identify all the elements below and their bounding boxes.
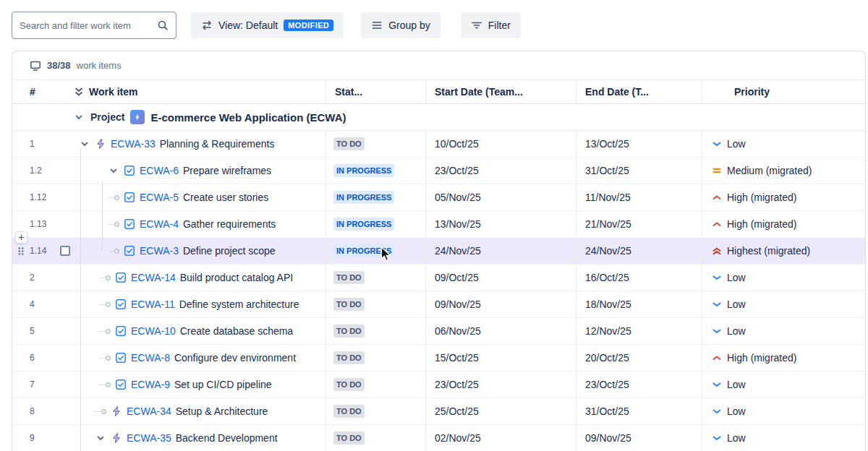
end-date-cell[interactable]: 09/Nov/25	[576, 425, 702, 451]
work-item-key[interactable]: ECWA-14	[131, 272, 176, 283]
project-expander-icon[interactable]	[73, 111, 85, 123]
search-input[interactable]	[20, 20, 157, 31]
drag-handle-icon[interactable]	[16, 246, 26, 257]
status-lozenge[interactable]: TO DO	[333, 351, 365, 364]
priority-cell[interactable]: Highest (migrated)	[702, 238, 865, 264]
work-item-summary[interactable]: Prepare wireframes	[183, 165, 271, 176]
row-checkbox[interactable]	[60, 246, 70, 256]
work-item-summary[interactable]: Define system architecture	[179, 298, 299, 310]
table-row[interactable]: 5 ECWA-10 Create database schema TO DO 0…	[12, 318, 865, 345]
end-date-cell[interactable]: 21/Nov/25	[576, 211, 702, 237]
work-item-key[interactable]: ECWA-3	[140, 245, 179, 257]
column-header-number[interactable]: #	[12, 80, 70, 103]
start-date-cell[interactable]: 24/Nov/25	[425, 238, 576, 264]
table-row[interactable]: 1.14 ECWA-3 Define project scope IN PROG…	[12, 238, 865, 265]
collapse-all-icon[interactable]	[73, 86, 85, 98]
work-item-key[interactable]: ECWA-8	[131, 352, 170, 364]
view-button[interactable]: View: Default MODIFIED	[191, 12, 344, 38]
table-row[interactable]: 2 ECWA-14 Build product catalog API TO D…	[12, 265, 865, 291]
priority-cell[interactable]: Low	[702, 398, 865, 424]
priority-cell[interactable]: Low	[702, 291, 865, 317]
priority-cell[interactable]: Low	[702, 318, 865, 344]
end-date-cell[interactable]: 11/Nov/25	[576, 184, 702, 210]
table-row[interactable]: 1.12 ECWA-5 Create user stories IN PROGR…	[12, 184, 865, 211]
status-lozenge[interactable]: TO DO	[333, 325, 365, 338]
status-lozenge[interactable]: TO DO	[333, 405, 365, 418]
work-item-key[interactable]: ECWA-5	[140, 192, 179, 203]
expander-icon[interactable]	[93, 432, 106, 444]
end-date-cell[interactable]: 23/Oct/25	[576, 371, 702, 398]
status-lozenge[interactable]: IN PROGRESS	[333, 244, 394, 257]
work-item-key[interactable]: ECWA-34	[127, 405, 171, 417]
work-item-key[interactable]: ECWA-35	[127, 432, 171, 444]
work-item-key[interactable]: ECWA-9	[131, 379, 170, 390]
end-date-cell[interactable]: 18/Nov/25	[576, 291, 702, 317]
priority-cell[interactable]: Low	[702, 371, 865, 398]
end-date-cell[interactable]: 31/Oct/25	[576, 158, 702, 184]
start-date-cell[interactable]: 23/Oct/25	[425, 158, 576, 184]
work-item-summary[interactable]: Build product catalog API	[180, 272, 293, 283]
work-item-summary[interactable]: Gather requirements	[183, 218, 276, 230]
start-date-cell[interactable]: 23/Oct/25	[425, 371, 576, 398]
column-header-start-date[interactable]: Start Date (Team...	[425, 80, 576, 103]
end-date-cell[interactable]: 31/Oct/25	[576, 398, 702, 424]
end-date-cell[interactable]: 13/Oct/25	[576, 131, 702, 157]
start-date-cell[interactable]: 10/Oct/25	[425, 131, 576, 157]
start-date-cell[interactable]: 15/Oct/25	[425, 345, 576, 371]
table-row[interactable]: 9 ECWA-35 Backend Development TO DO 02/N…	[12, 425, 865, 451]
table-row[interactable]: 1 ECWA-33 Planning & Requirements TO DO …	[12, 131, 865, 158]
priority-cell[interactable]: Low	[702, 131, 865, 157]
table-row[interactable]: 4 ECWA-11 Define system architecture TO …	[12, 291, 865, 318]
table-row[interactable]: 8 ECWA-34 Setup & Architecture TO DO 25/…	[12, 398, 865, 425]
status-lozenge[interactable]: TO DO	[333, 431, 365, 444]
start-date-cell[interactable]: 09/Nov/25	[425, 291, 576, 317]
start-date-cell[interactable]: 05/Nov/25	[425, 184, 576, 210]
column-header-end-date[interactable]: End Date (T...	[576, 80, 702, 103]
status-lozenge[interactable]: IN PROGRESS	[333, 164, 394, 177]
end-date-cell[interactable]: 20/Oct/25	[576, 345, 702, 371]
end-date-cell[interactable]: 24/Nov/25	[576, 238, 702, 264]
work-item-summary[interactable]: Create database schema	[180, 325, 293, 337]
project-group-row[interactable]: Project E-commerce Web Application (ECWA…	[12, 104, 865, 131]
table-row[interactable]: 6 ECWA-8 Configure dev environment TO DO…	[12, 345, 865, 371]
priority-cell[interactable]: Low	[702, 425, 865, 451]
start-date-cell[interactable]: 02/Nov/25	[425, 425, 576, 451]
work-item-summary[interactable]: Setup & Architecture	[176, 405, 268, 417]
status-lozenge[interactable]: TO DO	[333, 298, 365, 311]
work-item-summary[interactable]: Backend Development	[176, 432, 278, 444]
work-item-summary[interactable]: Create user stories	[183, 192, 268, 203]
start-date-cell[interactable]: 25/Oct/25	[425, 398, 576, 424]
column-header-work-item[interactable]: Work item	[70, 80, 326, 103]
work-item-key[interactable]: ECWA-33	[111, 138, 156, 150]
filter-button[interactable]: Filter	[461, 12, 521, 38]
start-date-cell[interactable]: 13/Nov/25	[425, 211, 576, 237]
priority-cell[interactable]: Medium (migrated)	[702, 158, 865, 184]
start-date-cell[interactable]: 09/Oct/25	[425, 265, 576, 291]
status-lozenge[interactable]: IN PROGRESS	[333, 218, 394, 231]
expander-icon[interactable]	[106, 165, 119, 176]
work-item-key[interactable]: ECWA-4	[140, 218, 179, 230]
end-date-cell[interactable]: 16/Oct/25	[576, 265, 702, 291]
work-item-key[interactable]: ECWA-10	[131, 325, 176, 337]
status-lozenge[interactable]: IN PROGRESS	[333, 191, 394, 204]
expander-icon[interactable]	[77, 138, 90, 150]
work-item-key[interactable]: ECWA-11	[131, 298, 175, 310]
add-work-item-button[interactable]	[15, 231, 27, 244]
work-item-summary[interactable]: Planning & Requirements	[160, 138, 275, 150]
work-item-summary[interactable]: Configure dev environment	[174, 352, 296, 364]
table-row[interactable]: 7 ECWA-9 Set up CI/CD pipeline TO DO 23/…	[12, 371, 865, 398]
status-lozenge[interactable]: TO DO	[333, 378, 365, 391]
start-date-cell[interactable]: 06/Nov/25	[425, 318, 576, 344]
column-header-status[interactable]: Stat...	[326, 80, 425, 103]
work-item-key[interactable]: ECWA-6	[140, 165, 179, 176]
group-by-button[interactable]: Group by	[361, 12, 441, 38]
table-row[interactable]: 1.13 ECWA-4 Gather requirements IN PROGR…	[12, 211, 865, 238]
end-date-cell[interactable]: 12/Nov/25	[576, 318, 702, 344]
status-lozenge[interactable]: TO DO	[333, 271, 365, 284]
priority-cell[interactable]: High (migrated)	[702, 211, 865, 237]
table-row[interactable]: 1.2 ECWA-6 Prepare wireframes IN PROGRES…	[12, 158, 865, 184]
status-lozenge[interactable]: TO DO	[333, 137, 365, 150]
priority-cell[interactable]: Low	[702, 265, 865, 291]
priority-cell[interactable]: High (migrated)	[702, 345, 865, 371]
work-item-summary[interactable]: Set up CI/CD pipeline	[174, 379, 272, 390]
